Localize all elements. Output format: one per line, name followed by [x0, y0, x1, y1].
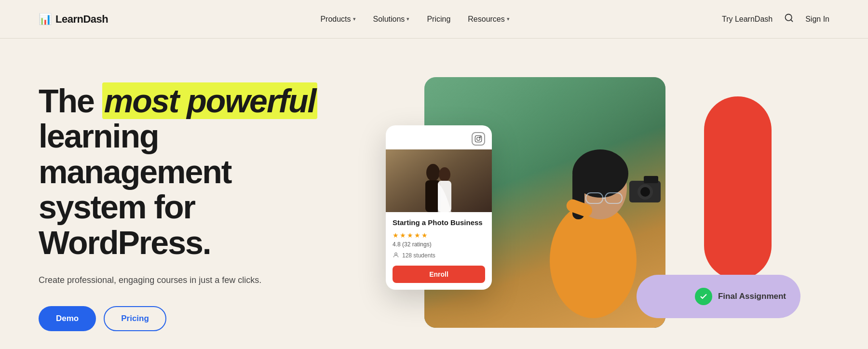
hero-visual: Starting a Photo Business ★★★★★ 4.8 (32 … [366, 67, 829, 347]
svg-point-16 [477, 137, 480, 141]
svg-point-22 [395, 253, 397, 255]
nav-links: Products ▾ Solutions ▾ Pricing Resources… [320, 15, 509, 24]
card-title: Starting a Photo Business [393, 218, 485, 228]
svg-point-11 [640, 187, 650, 197]
search-icon[interactable] [784, 13, 794, 25]
nav-right: Try LearnDash Sign In [722, 13, 829, 25]
nav-solutions-label: Solutions [373, 15, 405, 24]
svg-point-2 [550, 202, 637, 318]
hero-subtitle: Create professional, engaging courses in… [39, 274, 338, 287]
highlight-text: most powerful [102, 82, 318, 119]
svg-line-1 [791, 20, 793, 22]
logo-icon: 📊 [39, 13, 52, 26]
card-image [386, 149, 492, 212]
nav-pricing-label: Pricing [427, 15, 450, 24]
enroll-button[interactable]: Enroll [393, 266, 485, 283]
nav-item-products[interactable]: Products ▾ [320, 15, 355, 24]
course-card: Starting a Photo Business ★★★★★ 4.8 (32 … [386, 125, 492, 290]
pricing-button[interactable]: Pricing [104, 306, 166, 331]
nav-resources-label: Resources [468, 15, 504, 24]
assignment-label: Final Assignment [718, 292, 786, 301]
try-learndash-link[interactable]: Try LearnDash [722, 15, 773, 24]
star-rating: ★★★★★ [393, 231, 485, 239]
chevron-down-icon: ▾ [407, 16, 409, 22]
logo-text: LearnDash [55, 13, 108, 26]
svg-rect-9 [644, 176, 658, 183]
navbar: 📊 LearnDash Products ▾ Solutions ▾ Prici… [0, 0, 868, 39]
svg-point-17 [480, 136, 481, 137]
svg-point-18 [426, 164, 440, 181]
students-count: 128 students [402, 252, 435, 259]
hero-buttons: Demo Pricing [39, 306, 338, 331]
card-body: Starting a Photo Business ★★★★★ 4.8 (32 … [386, 212, 492, 290]
instagram-icon [472, 132, 485, 146]
students-row: 128 students [393, 252, 485, 260]
hero-section: The most powerful learning management sy… [0, 39, 868, 349]
demo-button[interactable]: Demo [39, 306, 96, 331]
card-header [386, 125, 492, 149]
decorative-red-shape [704, 96, 772, 280]
nav-item-solutions[interactable]: Solutions ▾ [373, 15, 410, 24]
sign-in-link[interactable]: Sign In [805, 15, 829, 24]
nav-item-resources[interactable]: Resources ▾ [468, 15, 509, 24]
students-icon [393, 252, 399, 260]
nav-products-label: Products [320, 15, 351, 24]
hero-content: The most powerful learning management sy… [39, 83, 338, 331]
hero-title: The most powerful learning management sy… [39, 83, 338, 260]
assignment-badge: Final Assignment [637, 275, 800, 318]
rating-text: 4.8 (32 ratings) [393, 241, 485, 248]
chevron-down-icon: ▾ [353, 16, 356, 22]
svg-point-20 [439, 167, 450, 182]
chevron-down-icon: ▾ [507, 16, 510, 22]
nav-item-pricing[interactable]: Pricing [427, 15, 450, 24]
logo-link[interactable]: 📊 LearnDash [39, 13, 108, 26]
check-icon [695, 288, 712, 305]
